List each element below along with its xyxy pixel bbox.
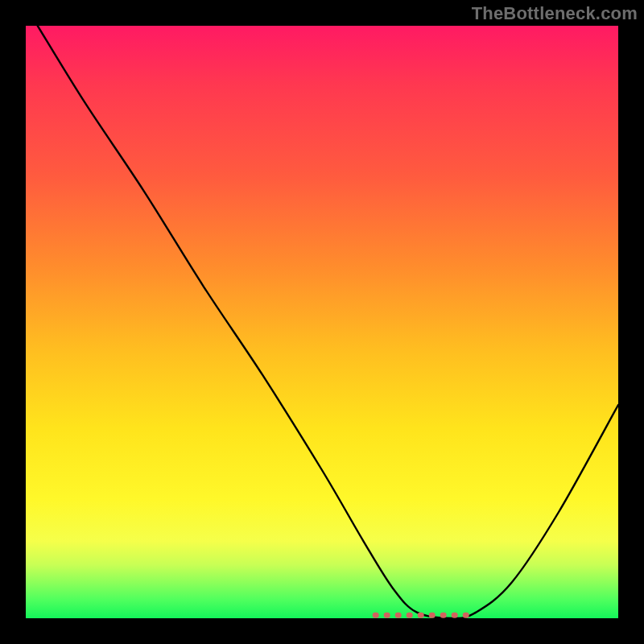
plot-area xyxy=(26,26,618,618)
watermark-text: TheBottleneck.com xyxy=(472,3,638,24)
heat-gradient-background xyxy=(26,26,618,618)
chart-container: TheBottleneck.com xyxy=(0,0,644,644)
